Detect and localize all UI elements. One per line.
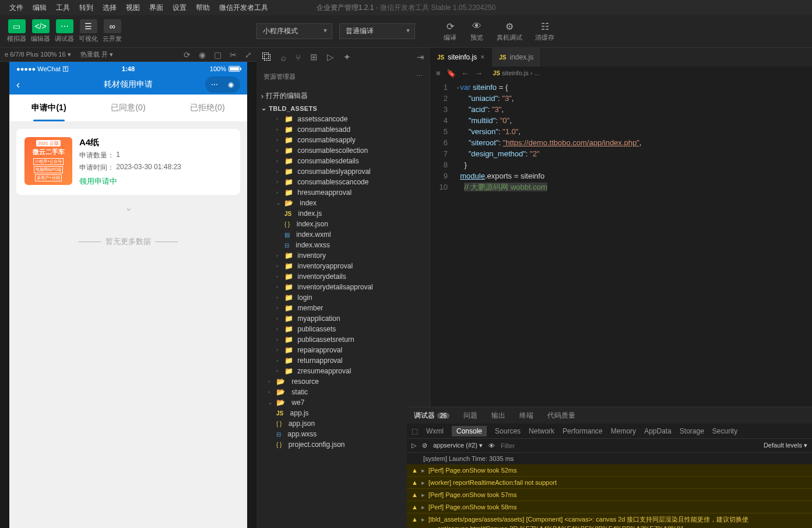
- capsule-close[interactable]: ◉: [223, 78, 239, 92]
- compile-button[interactable]: ⟳编译: [443, 20, 457, 42]
- device-selector[interactable]: e 6/7/8 Plus 100% 16 ▾: [5, 51, 71, 58]
- expand-icon[interactable]: ▸: [421, 478, 425, 487]
- mode-dropdown[interactable]: 小程序模式: [256, 23, 332, 39]
- explorer-icon[interactable]: ⿻: [262, 52, 272, 62]
- cloud-dev[interactable]: ∞: [104, 19, 121, 33]
- subtab-memory[interactable]: Memory: [611, 427, 636, 435]
- stop-icon[interactable]: ▷: [412, 442, 416, 449]
- debugger-toggle[interactable]: ⋯: [56, 19, 73, 33]
- explorer-more[interactable]: ⋯: [416, 72, 423, 81]
- menu-view[interactable]: 视图: [121, 3, 145, 13]
- folder-item[interactable]: ›📁 repairapproval: [256, 345, 430, 355]
- subtab-sources[interactable]: Sources: [495, 427, 521, 435]
- sound-icon[interactable]: ◉: [199, 50, 206, 60]
- folder-we7[interactable]: ⌄📂 we7: [256, 397, 430, 408]
- search-icon[interactable]: ⌕: [281, 53, 286, 62]
- folder-item[interactable]: ›📁 member: [256, 303, 430, 313]
- file-app-js[interactable]: JS app.js: [256, 408, 430, 418]
- folder-item[interactable]: ›📁 login: [256, 292, 430, 303]
- application-card[interactable]: 2021 正版 微云二手车 小程序+公众号 电脑网站PC端 多商户+分销 A4纸…: [16, 129, 240, 195]
- folder-item[interactable]: ›📁 inventorydetailsapproval: [256, 282, 430, 292]
- nav-back-icon[interactable]: ←: [462, 69, 469, 78]
- devtools-tab-output[interactable]: 输出: [489, 411, 508, 421]
- expand-icon[interactable]: ⤢: [245, 50, 252, 60]
- list-icon[interactable]: ≡: [436, 69, 441, 78]
- subtab-performance[interactable]: Performance: [563, 427, 603, 435]
- menu-interface[interactable]: 界面: [145, 3, 168, 13]
- menu-file[interactable]: 文件: [5, 3, 28, 13]
- eye-icon[interactable]: 👁: [488, 442, 495, 449]
- clear-cache-button[interactable]: ☷清缓存: [535, 20, 554, 42]
- folder-item[interactable]: ›📁 returnapproval: [256, 355, 430, 366]
- subtab-wxml[interactable]: Wxml: [426, 427, 444, 435]
- file-index-wxml[interactable]: ▤ index.wxml: [256, 229, 430, 240]
- open-editors-section[interactable]: ›打开的编辑器: [256, 89, 430, 103]
- menu-edit[interactable]: 编辑: [28, 3, 51, 13]
- file-index-json[interactable]: { } index.json: [256, 219, 430, 229]
- tab-approved[interactable]: 已同意(0): [89, 95, 168, 121]
- folder-item[interactable]: ›📁 publicassets: [256, 324, 430, 334]
- capsule-menu[interactable]: ⋯: [206, 78, 223, 92]
- folder-item[interactable]: ›📁 myapplication: [256, 313, 430, 324]
- nav-fwd-icon[interactable]: →: [475, 69, 483, 78]
- source-control-icon[interactable]: ⑂: [296, 53, 301, 62]
- preview-button[interactable]: 👁预览: [470, 20, 484, 42]
- subtab-console[interactable]: Console: [452, 426, 487, 436]
- folder-item[interactable]: ›📁 consumableslyapproval: [256, 166, 430, 177]
- visualize-toggle[interactable]: ☰: [80, 19, 97, 33]
- folder-item[interactable]: ›📁 consumablesapply: [256, 135, 430, 145]
- filter-input[interactable]: [501, 442, 758, 449]
- folder-item[interactable]: ›📁 consumablesadd: [256, 124, 430, 135]
- expand-icon[interactable]: ▸: [421, 466, 425, 475]
- close-icon[interactable]: ×: [480, 53, 484, 61]
- subtab-security[interactable]: Security: [712, 427, 737, 435]
- file-index-js[interactable]: JS index.js: [256, 208, 430, 219]
- devtools-tab-debugger[interactable]: 调试器26: [412, 411, 452, 421]
- extensions-icon[interactable]: ⊞: [310, 52, 318, 62]
- folder-item[interactable]: ›📁 consumablesdetails: [256, 156, 430, 166]
- folder-item[interactable]: ›📁 assetsscancode: [256, 114, 430, 124]
- file-app-wxss[interactable]: ⊟ app.wxss: [256, 429, 430, 439]
- cut-icon[interactable]: ✂: [230, 50, 237, 60]
- levels-dropdown[interactable]: Default levels ▾: [764, 442, 807, 449]
- plugin-icon[interactable]: ✦: [343, 52, 351, 62]
- editor-toggle[interactable]: </>: [32, 19, 50, 33]
- file-project-config[interactable]: { } project.config.json: [256, 439, 430, 450]
- subtab-appdata[interactable]: AppData: [644, 427, 672, 435]
- folder-item[interactable]: ›📁 hresumeapproval: [256, 187, 430, 198]
- menu-help[interactable]: 帮助: [191, 3, 215, 13]
- folder-item[interactable]: ›📁 inventory: [256, 250, 430, 261]
- compile-dropdown[interactable]: 普通编译: [339, 23, 415, 39]
- folder-static[interactable]: ›📂 static: [256, 387, 430, 397]
- folder-item[interactable]: ›📁 publicassetsreturn: [256, 334, 430, 345]
- clear-console-icon[interactable]: ⊘: [422, 442, 427, 449]
- bookmark-icon[interactable]: 🔖: [447, 69, 456, 78]
- devtools-tab-quality[interactable]: 代码质量: [545, 411, 578, 421]
- folder-item[interactable]: ›📁 zresumeapproval: [256, 366, 430, 376]
- menu-select[interactable]: 选择: [98, 3, 121, 13]
- breadcrumb-path[interactable]: siteinfo.js › ...: [502, 69, 540, 76]
- collapse-icon[interactable]: ⇥: [417, 52, 424, 62]
- code-editor[interactable]: 1⌄ var siteinfo = { 2 "uniacid": "3", 3 …: [430, 79, 812, 195]
- inspect-icon[interactable]: ⬚: [412, 427, 418, 435]
- tab-index-js[interactable]: JSindex.js: [492, 48, 541, 67]
- devtools-tab-issues[interactable]: 问题: [461, 411, 480, 421]
- folder-index[interactable]: ⌄📂 index: [256, 198, 430, 208]
- menu-tools[interactable]: 工具: [51, 3, 75, 13]
- project-root[interactable]: ⌄TBLD_ASSETS: [256, 103, 430, 114]
- debug-icon[interactable]: ▷: [327, 52, 334, 62]
- hot-reload-toggle[interactable]: 热重载 开 ▾: [80, 50, 113, 59]
- refresh-icon[interactable]: ⟳: [184, 50, 191, 60]
- simulator-toggle[interactable]: ▭: [8, 19, 26, 33]
- rotate-icon[interactable]: ▢: [214, 50, 222, 60]
- subtab-network[interactable]: Network: [529, 427, 554, 435]
- tab-applying[interactable]: 申请中(1): [9, 95, 89, 121]
- file-app-json[interactable]: { } app.json: [256, 418, 430, 429]
- menu-goto[interactable]: 转到: [75, 3, 98, 13]
- context-selector[interactable]: appservice (#2) ▾: [433, 442, 483, 449]
- file-index-wxss[interactable]: ⊟ index.wxss: [256, 240, 430, 250]
- expand-icon[interactable]: ▸: [421, 490, 425, 499]
- folder-item[interactable]: ›📁 inventoryapproval: [256, 261, 430, 271]
- subtab-storage[interactable]: Storage: [680, 427, 704, 435]
- expand-icon[interactable]: ▸: [421, 502, 425, 512]
